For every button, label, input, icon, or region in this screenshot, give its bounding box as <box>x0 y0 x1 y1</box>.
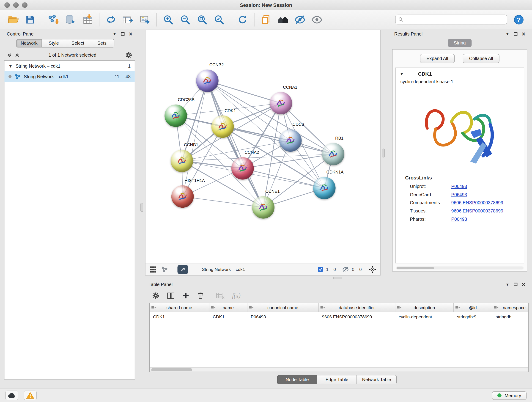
open-in-new-button[interactable] <box>177 265 188 274</box>
columns-icon[interactable] <box>167 292 175 299</box>
cloud-button[interactable] <box>6 390 18 400</box>
crosslink-value-link[interactable]: 9606.ENSP00000378699 <box>451 208 503 213</box>
node-title: CDK1 <box>418 71 432 77</box>
panel-float-button[interactable] <box>514 32 517 36</box>
panel-close-button[interactable]: × <box>522 281 525 287</box>
tab-sets[interactable]: Sets <box>90 39 114 47</box>
crosslink-value-link[interactable]: 9606.ENSP00000378699 <box>451 200 503 205</box>
column-header-description[interactable]: description <box>395 303 454 312</box>
search-input[interactable] <box>405 17 504 22</box>
hidden-eye-slash-icon[interactable] <box>342 266 349 273</box>
horizontal-splitter-handle[interactable] <box>333 277 342 279</box>
network-node-CDK1[interactable] <box>211 115 234 138</box>
copy-document-button[interactable] <box>259 12 273 27</box>
network-row[interactable]: String Network – cdk1 11 48 <box>4 71 135 82</box>
zoom-selected-button[interactable] <box>212 12 227 27</box>
table-body: CDK1CDK1P064939606.ENSP00000378699cyclin… <box>150 312 528 321</box>
collapse-all-icon[interactable] <box>7 52 12 57</box>
tab-network-table[interactable]: Network Table <box>356 375 397 384</box>
delete-table-icon-disabled <box>216 292 225 299</box>
new-network-button[interactable] <box>104 12 119 27</box>
minimize-window-button[interactable] <box>13 2 19 8</box>
crosslink-value-link[interactable]: P06493 <box>451 192 467 197</box>
selected-checkbox-icon[interactable] <box>318 267 323 272</box>
network-node-CDKN1A[interactable] <box>313 177 336 199</box>
tab-string[interactable]: String <box>448 39 472 47</box>
disclosure-triangle-icon[interactable]: ▼ <box>399 71 404 76</box>
network-node-CCNB2[interactable] <box>196 70 219 92</box>
panel-collapse-button[interactable]: ▼ <box>506 283 509 286</box>
warnings-button[interactable] <box>24 390 37 400</box>
disclosure-triangle-icon[interactable]: ▼ <box>8 64 13 69</box>
export-table-button[interactable] <box>120 12 135 27</box>
zoom-window-button[interactable] <box>22 2 27 8</box>
expand-all-button[interactable]: Expand All <box>420 54 455 63</box>
network-node-CDC6[interactable] <box>279 129 302 152</box>
network-collection-row[interactable]: ▼ String Network – cdk1 1 <box>4 61 135 71</box>
table-horizontal-scrollbar[interactable] <box>150 367 528 371</box>
collapse-all-button[interactable]: Collapse All <box>462 54 500 63</box>
crosslink-value-link[interactable]: P06493 <box>451 216 467 221</box>
copy-icon <box>261 14 271 25</box>
help-button[interactable]: ? <box>511 12 526 27</box>
export-image-button[interactable] <box>138 12 152 27</box>
network-node-RB1[interactable] <box>322 143 344 165</box>
panel-float-button[interactable] <box>514 283 517 286</box>
zoom-out-button[interactable] <box>178 12 193 27</box>
tab-edge-table[interactable]: Edge Table <box>317 375 357 384</box>
zoom-in-button[interactable] <box>161 12 176 27</box>
expand-all-icon[interactable] <box>15 52 20 57</box>
panel-close-button[interactable]: × <box>522 31 525 37</box>
trash-icon[interactable] <box>197 292 204 300</box>
gear-icon[interactable] <box>152 292 159 300</box>
zoom-fit-button[interactable] <box>195 12 210 27</box>
crosslink-row: Tissues:9606.ENSP00000378699 <box>396 207 524 215</box>
column-header-@id[interactable]: @id <box>454 303 492 312</box>
results-horizontal-scrollbar[interactable] <box>396 266 524 269</box>
import-network-from-database-button[interactable] <box>63 12 78 27</box>
search-field[interactable] <box>395 15 507 25</box>
crosshair-icon[interactable] <box>369 266 376 273</box>
graphics-details-button[interactable] <box>293 12 307 27</box>
network-canvas[interactable]: CCNB2CCNA1CDC25BCDK1CDC6RB1CCNB1CCNA2CDK… <box>146 30 380 263</box>
column-header-shared-name[interactable]: shared name <box>150 303 209 312</box>
table-row[interactable]: CDK1CDK1P064939606.ENSP00000378699cyclin… <box>150 312 528 321</box>
import-table-from-file-button[interactable] <box>80 12 95 27</box>
save-session-button[interactable] <box>23 12 38 27</box>
memory-status-dot <box>497 393 501 397</box>
tab-node-table[interactable]: Node Table <box>277 375 317 384</box>
right-splitter-handle[interactable] <box>382 149 385 158</box>
left-splitter-handle[interactable] <box>140 203 143 212</box>
refresh-layout-button[interactable] <box>235 12 250 27</box>
grid-icon[interactable] <box>150 266 157 273</box>
column-header-namespace[interactable]: namespace <box>492 303 529 312</box>
network-node-HIST1H1A[interactable] <box>171 185 194 208</box>
tab-select[interactable]: Select <box>66 39 90 47</box>
gear-icon[interactable] <box>125 51 132 58</box>
crosslink-value-link[interactable]: P06493 <box>451 184 467 189</box>
share-nodes-icon[interactable] <box>161 266 168 273</box>
network-node-CCNE1[interactable] <box>252 196 274 219</box>
birds-eye-view-button[interactable] <box>310 12 324 27</box>
tab-style[interactable]: Style <box>41 39 66 47</box>
network-node-CCNB1[interactable] <box>171 150 193 172</box>
column-header-canonical-name[interactable]: canonical name <box>247 303 319 312</box>
open-session-button[interactable] <box>6 12 21 27</box>
column-header-database-identifier[interactable]: database identifier <box>319 303 395 312</box>
network-node-label: CCNA2 <box>245 150 259 155</box>
close-window-button[interactable] <box>4 2 10 8</box>
tab-network[interactable]: Network <box>16 39 42 47</box>
panel-close-button[interactable]: × <box>129 31 133 37</box>
panel-float-button[interactable] <box>121 32 124 36</box>
network-node-CCNA2[interactable] <box>231 157 254 180</box>
column-header-name[interactable]: name <box>209 303 247 312</box>
panel-collapse-button[interactable]: ▼ <box>506 32 509 36</box>
import-network-from-file-button[interactable] <box>46 12 61 27</box>
network-node-CDC25B[interactable] <box>165 104 187 127</box>
protein-structure-glyph <box>284 134 297 147</box>
memory-button[interactable]: Memory <box>492 391 527 400</box>
network-node-CCNA1[interactable] <box>270 92 292 114</box>
houses-button[interactable] <box>275 12 290 27</box>
plus-icon[interactable] <box>182 292 190 300</box>
panel-collapse-button[interactable]: ▼ <box>113 32 116 36</box>
